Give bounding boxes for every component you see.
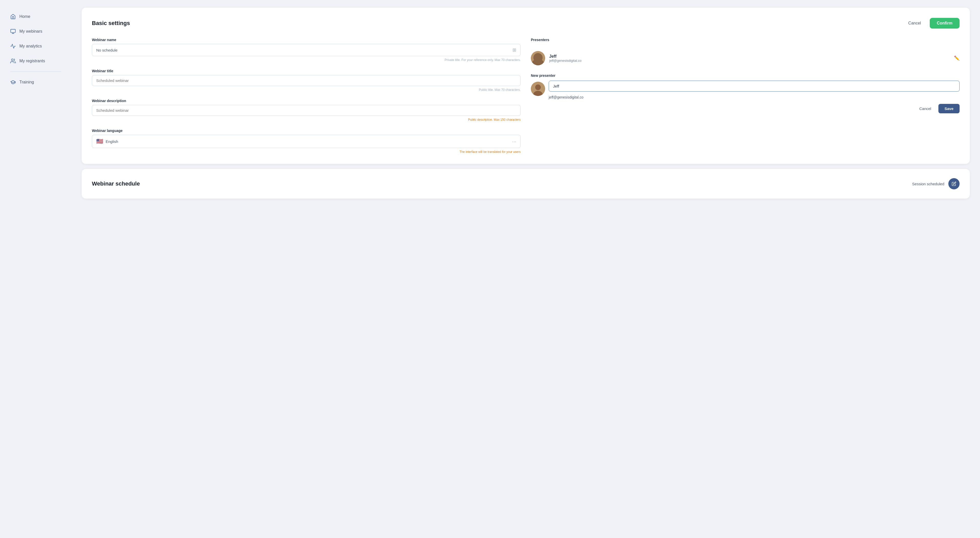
webinar-title-group: Webinar title Public title. Max 70 chara… [92, 69, 520, 92]
schedule-title: Webinar schedule [92, 180, 140, 187]
new-presenter-inputs: jeff@genesisdigital.co Cancel Save [549, 81, 959, 113]
new-presenter-save-button[interactable]: Save [939, 104, 959, 113]
new-presenter-name-input[interactable] [549, 81, 959, 92]
flag-icon: 🇺🇸 [96, 138, 103, 145]
existing-presenter-card: Jeff jeff@genesisdigital.co ✏️ [531, 48, 959, 68]
webinar-title-hint: Public title. Max 70 characters. [92, 88, 520, 92]
confirm-button[interactable]: Confirm [930, 18, 959, 29]
language-more-button[interactable]: ··· [512, 138, 516, 145]
analytics-icon [10, 43, 16, 49]
webinar-language-hint: The interface will be translated for you… [92, 150, 520, 154]
schedule-right: Session scheduled [912, 178, 959, 189]
registrants-icon [10, 58, 16, 64]
pencil-icon [952, 181, 956, 186]
new-presenter-label: New presenter [531, 73, 959, 78]
presenter-avatar [531, 51, 545, 65]
card-body: Webinar name ⊞ Private title. For your r… [92, 38, 959, 154]
sidebar-item-my-webinars-label: My webinars [19, 29, 42, 34]
copy-icon: ⊞ [512, 47, 516, 53]
language-value: English [106, 139, 509, 144]
new-presenter-avatar [531, 82, 545, 96]
sidebar-item-home-label: Home [19, 14, 30, 19]
svg-point-6 [533, 60, 542, 65]
presenter-name: Jeff [549, 54, 950, 59]
basic-settings-card: Basic settings Cancel Confirm Webinar na… [82, 8, 970, 164]
sidebar-item-home[interactable]: Home [5, 10, 66, 23]
webinar-description-group: Webinar description Public description. … [92, 99, 520, 121]
presenters-label: Presenters [531, 38, 959, 42]
sidebar-item-my-registrants-label: My registrants [19, 59, 45, 63]
webinar-title-input-wrapper[interactable] [92, 75, 520, 86]
presenters-section: Presenters Jeff j [531, 38, 959, 154]
webinar-language-group: Webinar language 🇺🇸 English ··· The inte… [92, 129, 520, 154]
webinar-schedule-card: Webinar schedule Session scheduled [82, 169, 970, 199]
svg-rect-4 [531, 51, 545, 65]
webinar-name-hint: Private title. For your reference only. … [92, 58, 520, 62]
avatar-image [531, 51, 545, 65]
sidebar-item-my-analytics-label: My analytics [19, 44, 42, 48]
svg-point-5 [535, 54, 541, 59]
sidebar-item-my-registrants[interactable]: My registrants [5, 55, 66, 67]
new-presenter-cancel-button[interactable]: Cancel [916, 104, 935, 113]
webinar-description-label: Webinar description [92, 99, 520, 103]
webinar-title-label: Webinar title [92, 69, 520, 73]
form-section: Webinar name ⊞ Private title. For your r… [92, 38, 520, 154]
sidebar-item-training[interactable]: Training [5, 76, 66, 89]
webinar-name-label: Webinar name [92, 38, 520, 42]
new-presenter-form: jeff@genesisdigital.co Cancel Save [531, 81, 959, 113]
schedule-status: Session scheduled [912, 182, 944, 186]
sidebar-item-my-webinars[interactable]: My webinars [5, 25, 66, 38]
webinars-icon [10, 29, 16, 34]
schedule-edit-button[interactable] [948, 178, 959, 189]
sidebar-item-training-label: Training [19, 80, 34, 84]
presenter-info: Jeff jeff@genesisdigital.co [549, 54, 950, 62]
card-header: Basic settings Cancel Confirm [92, 18, 959, 29]
cancel-button[interactable]: Cancel [904, 18, 926, 28]
presenter-form-actions: Cancel Save [549, 104, 959, 113]
webinar-name-input[interactable] [96, 48, 510, 53]
svg-point-8 [535, 84, 541, 90]
training-icon [10, 80, 16, 85]
webinar-title-input[interactable] [96, 78, 516, 83]
webinar-name-group: Webinar name ⊞ Private title. For your r… [92, 38, 520, 62]
webinar-description-input-wrapper[interactable] [92, 105, 520, 116]
sidebar-item-my-analytics[interactable]: My analytics [5, 40, 66, 53]
page-title: Basic settings [92, 20, 130, 27]
webinar-name-input-wrapper[interactable]: ⊞ [92, 44, 520, 56]
new-presenter-section: New presenter jeff@genesisdigital.co [531, 73, 959, 113]
webinar-language-label: Webinar language [92, 129, 520, 133]
edit-presenter-button[interactable]: ✏️ [954, 56, 959, 61]
webinar-description-hint: Public description. Max 150 characters [92, 118, 520, 121]
home-icon [10, 14, 16, 19]
header-actions: Cancel Confirm [904, 18, 959, 29]
webinar-description-input[interactable] [96, 108, 516, 113]
svg-point-3 [11, 59, 13, 61]
new-presenter-email-display: jeff@genesisdigital.co [549, 94, 959, 100]
svg-rect-0 [11, 29, 15, 33]
presenter-email: jeff@genesisdigital.co [549, 59, 950, 62]
sidebar: Home My webinars My analytics [0, 0, 72, 538]
webinar-language-wrapper[interactable]: 🇺🇸 English ··· [92, 135, 520, 148]
main-content: Basic settings Cancel Confirm Webinar na… [72, 0, 980, 538]
